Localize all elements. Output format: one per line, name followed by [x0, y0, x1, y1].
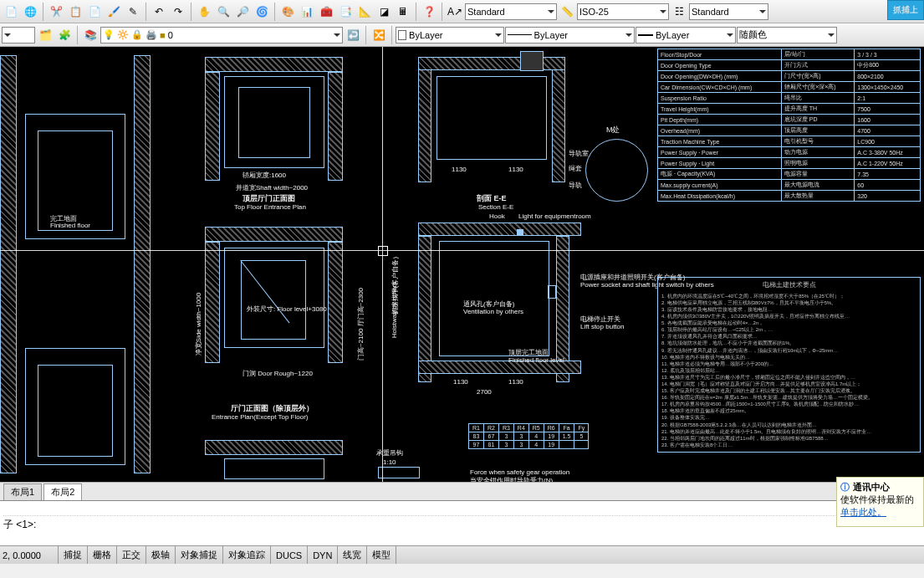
new-icon[interactable]: 📄	[2, 3, 20, 21]
status-极轴[interactable]: 极轴	[146, 546, 176, 564]
toolbar-layers: 🗂️ 🧩 📚 💡🔆🔒🖨️■ 0 ↩️ 🔀 ByLayer ByLayer ByL…	[0, 23, 924, 47]
paste-icon[interactable]: 📄	[85, 3, 104, 21]
linetype-dropdown[interactable]: ByLayer	[505, 27, 635, 43]
command-line[interactable]: 子 <1>: ⓘ 通讯中心 使软件保持最新的 单击此处。	[0, 500, 924, 545]
grab-button[interactable]: 抓捕上	[887, 0, 924, 20]
linetype-scale-dropdown[interactable]	[2, 27, 35, 43]
cut-icon[interactable]: ✂️	[47, 3, 65, 21]
layer-state-icon[interactable]: 🧩	[55, 26, 74, 44]
notification-link[interactable]: 单击此处。	[840, 507, 886, 517]
status-DYN[interactable]: DYN	[308, 546, 338, 564]
palette-icon[interactable]: 🎨	[278, 3, 297, 21]
open-icon[interactable]: 🌐	[21, 3, 39, 21]
param-table: Floor/Stop/Door层/站/门3 / 3 / 3Door Openin…	[657, 49, 921, 202]
crosshair-horizontal	[0, 250, 924, 251]
status-对象追踪[interactable]: 对象追踪	[223, 546, 271, 564]
status-bar: 2, 0.0000 捕捉栅格正交极轴对象捕捉对象追踪DUCSDYN线宽模型	[0, 545, 924, 564]
status-线宽[interactable]: 线宽	[338, 546, 367, 564]
plotstyle-dropdown[interactable]: 随颜色	[737, 27, 837, 43]
match-icon[interactable]: 🔀	[370, 26, 388, 44]
status-DUCS[interactable]: DUCS	[271, 546, 308, 564]
notification-panel: ⓘ 通讯中心 使软件保持最新的 单击此处。	[836, 477, 924, 527]
crosshair-vertical	[382, 47, 383, 482]
sheet-icon[interactable]: 📑	[336, 3, 355, 21]
color-dropdown[interactable]: ByLayer	[396, 27, 504, 43]
dimstyle-icon[interactable]: 📏	[558, 3, 576, 21]
status-捕捉[interactable]: 捕捉	[59, 546, 88, 564]
notes-block: 电梯土建技术要点 1. 机房内的环境温度应在5℃~40℃之间，环境相对湿度不大于…	[657, 277, 921, 453]
zoom-out-icon[interactable]: 🔎	[233, 3, 252, 21]
tab-layout1[interactable]: 布局1	[3, 483, 42, 500]
crosshair-pickbox	[378, 246, 388, 256]
tab-layout2[interactable]: 布局2	[43, 483, 82, 500]
tool-palette-icon[interactable]: 🧰	[317, 3, 335, 21]
markup-icon[interactable]: 📐	[355, 3, 374, 21]
pan-icon[interactable]: ✋	[195, 3, 213, 21]
tablestyle-icon[interactable]: ☷	[670, 3, 688, 21]
brush-icon[interactable]: 🖌️	[105, 3, 123, 21]
help-icon[interactable]: ❓	[420, 3, 438, 21]
layer-manager-icon[interactable]: 📚	[81, 26, 100, 44]
lineweight-dropdown[interactable]: ByLayer	[636, 27, 736, 43]
copy-icon[interactable]: 📋	[66, 3, 84, 21]
info-icon: ⓘ	[840, 481, 850, 494]
redo-icon[interactable]: ↷	[169, 3, 187, 21]
zoom-ext-icon[interactable]: 🌀	[253, 3, 271, 21]
zoom-in-icon[interactable]: 🔍	[214, 3, 232, 21]
force-table: R1R2R3R4R5R6FaFy 8367334191.55 978133419	[468, 423, 589, 449]
layer-props-icon[interactable]: 🗂️	[36, 26, 54, 44]
coordinate-readout: 2, 0.0000	[0, 546, 59, 564]
status-对象捕捉[interactable]: 对象捕捉	[176, 546, 223, 564]
toolbar-main: 📄 🌐 ✂️ 📋 📄 🖌️ ✎ ↶ ↷ ✋ 🔍 🔎 🌀 🎨 📊 🧰 📑 📐 ◪ …	[0, 0, 924, 23]
status-模型[interactable]: 模型	[367, 546, 396, 564]
table-style-dropdown[interactable]: Standard	[689, 3, 768, 20]
undo-icon[interactable]: ↶	[150, 3, 168, 21]
drawing-canvas[interactable]: 完工地面 Finished floor 轿厢宽度:1600 井道宽Shaft w…	[0, 47, 924, 482]
textstyle-icon[interactable]: A↗	[446, 3, 464, 21]
layer-prev-icon[interactable]: ↩️	[344, 26, 362, 44]
status-正交[interactable]: 正交	[117, 546, 146, 564]
text-style-dropdown[interactable]: Standard	[465, 3, 557, 20]
status-栅格[interactable]: 栅格	[88, 546, 117, 564]
highlight-icon[interactable]: ✎	[124, 3, 142, 21]
layer-dropdown[interactable]: 💡🔆🔒🖨️■ 0	[100, 27, 343, 43]
props-icon[interactable]: 📊	[298, 3, 316, 21]
dim-style-dropdown[interactable]: ISO-25	[577, 3, 669, 20]
layout-tabbar: 布局1 布局2	[0, 482, 924, 500]
calc-icon[interactable]: 🖩	[394, 3, 412, 21]
block-icon[interactable]: ◪	[375, 3, 393, 21]
command-prompt: 子 <1>:	[3, 515, 921, 530]
